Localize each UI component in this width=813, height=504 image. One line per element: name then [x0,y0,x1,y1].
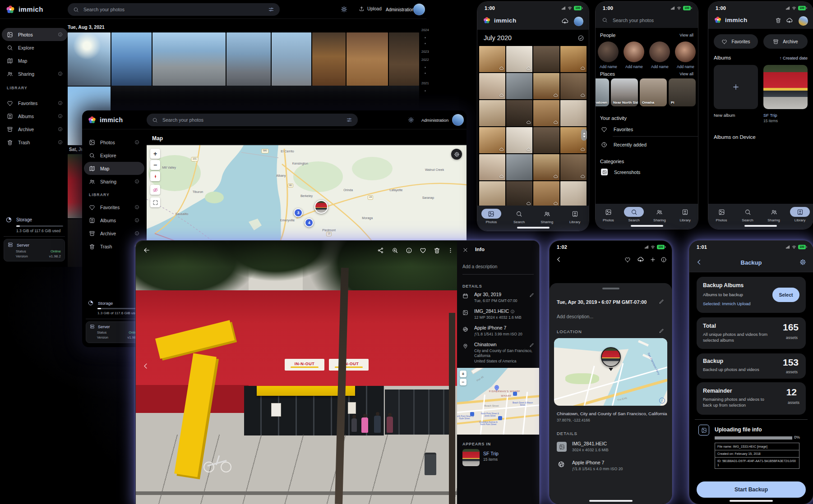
add-name-link[interactable]: Add name [600,64,617,69]
photo-thumbnail[interactable] [506,154,532,180]
photo-thumbnail[interactable] [560,100,587,126]
map-attribution-icon[interactable]: i [659,398,665,403]
sidebar-item[interactable]: Archive [84,227,144,240]
album-link[interactable]: SF Trip [483,451,499,456]
delete-icon[interactable] [434,247,440,254]
photo-thumbnail[interactable] [479,127,505,153]
sidebar-item[interactable]: Albums [2,110,68,123]
sidebar-item[interactable]: Trash [2,136,68,149]
place-card[interactable]: Pi [669,78,696,106]
info-icon[interactable] [134,205,139,210]
user-avatar[interactable] [452,114,464,126]
nav-tab[interactable]: Library [674,207,697,222]
info-icon[interactable] [58,32,63,37]
photo-cluster-marker[interactable]: 4 [305,218,314,227]
home-indicator[interactable] [589,500,633,502]
zoom-icon[interactable] [392,247,398,254]
photo-thumbnail[interactable] [152,32,226,86]
back-icon[interactable] [143,247,150,254]
info-icon[interactable] [58,127,63,132]
photo-thumbnail[interactable] [312,32,346,86]
photo-thumbnail[interactable] [533,127,559,153]
place-card[interactable]: Omaha [640,78,667,106]
photo-thumbnail[interactable] [533,154,559,180]
cloud-sync-icon[interactable] [561,18,568,25]
theme-toggle-icon[interactable] [408,117,414,123]
sidebar-item[interactable]: Favorites [84,201,144,214]
upload-cloud-icon[interactable] [637,256,644,263]
photo-thumbnail[interactable] [68,32,111,86]
screenshots-row[interactable]: Screenshots [601,169,640,175]
person-face[interactable] [598,41,619,62]
scrollbar-thumb[interactable] [581,129,587,141]
theme-toggle-icon[interactable] [341,6,347,13]
photo-thumbnail[interactable] [533,46,559,72]
person-face[interactable] [649,41,670,62]
sidebar-item[interactable]: Sharing [84,175,144,188]
nav-tab[interactable]: Search [622,207,646,222]
select-button[interactable]: Select [772,288,799,302]
photo-thumbnail[interactable] [533,73,559,99]
info-icon[interactable] [58,140,63,145]
sidebar-item[interactable]: Explore [2,41,68,54]
album-name[interactable]: SF Trip [763,113,777,118]
nav-tab[interactable]: Library [788,207,812,222]
map-compass-button[interactable] [150,171,160,181]
favorite-icon[interactable] [420,247,426,254]
edit-date-icon[interactable] [529,293,534,298]
sidebar-item[interactable]: Explore [84,149,144,162]
edit-location-icon[interactable] [529,343,534,348]
previous-photo-chevron[interactable] [142,362,149,370]
more-options-icon[interactable] [447,247,454,254]
photo-thumbnail[interactable] [272,32,311,86]
sidebar-item[interactable]: Photos [2,28,68,41]
person-face[interactable] [624,41,644,62]
cloud-sync-icon[interactable] [786,17,793,24]
nav-tab[interactable]: Search [508,209,531,224]
map-hide-markers-button[interactable] [150,185,160,195]
sidebar-item[interactable]: Archive [2,123,68,136]
photo-thumbnail[interactable] [560,73,587,99]
info-icon[interactable] [406,247,412,254]
photo-thumbnail[interactable] [479,73,505,99]
back-chevron-icon[interactable] [696,259,702,266]
upload-button[interactable]: Upload [359,6,382,12]
home-indicator[interactable] [744,225,777,227]
photo-thumbnail[interactable] [506,181,532,207]
photo-thumbnail[interactable] [560,46,587,72]
info-icon[interactable] [134,218,139,223]
photo-thumbnail[interactable] [506,73,532,99]
photo-thumbnail[interactable] [389,32,419,86]
person-face[interactable] [675,41,696,62]
add-name-link[interactable]: Add name [625,64,643,69]
user-avatar[interactable] [574,17,583,26]
photo-thumbnail[interactable] [479,100,505,126]
info-icon[interactable] [58,71,63,76]
sidebar-item[interactable]: Albums [84,214,144,227]
description-input[interactable]: Add description... [557,314,593,319]
album-cover-tile[interactable] [763,65,808,109]
add-name-link[interactable]: Add name [651,64,669,69]
home-indicator[interactable] [517,227,550,229]
recently-added-row[interactable]: Recently added [601,142,647,148]
immich-logo[interactable]: immich [5,5,43,14]
administration-link[interactable]: Administration [386,7,414,12]
nav-tab[interactable]: Photos [480,209,503,224]
people-view-all-link[interactable]: View all [679,33,693,37]
administration-link[interactable]: Administration [421,118,448,123]
photo-thumbnail[interactable] [506,127,532,153]
photo-cluster-marker[interactable]: 3 [294,208,303,217]
photo-thumbnail-marker[interactable] [314,200,328,214]
sidebar-item[interactable]: Favorites [2,96,68,110]
home-indicator[interactable] [631,225,663,227]
sheet-drag-handle[interactable] [602,288,619,289]
map-fullscreen-button[interactable] [150,197,160,207]
favorites-button[interactable]: Favorites [714,34,758,49]
new-album-tile[interactable] [714,65,758,109]
map-settings-button[interactable] [451,149,462,160]
map-zoom-out-button[interactable]: − [150,160,160,170]
info-icon[interactable] [58,114,63,119]
map-zoom-in-button[interactable]: + [150,149,160,159]
album-thumbnail[interactable] [462,449,480,466]
edit-date-icon[interactable] [659,299,664,304]
